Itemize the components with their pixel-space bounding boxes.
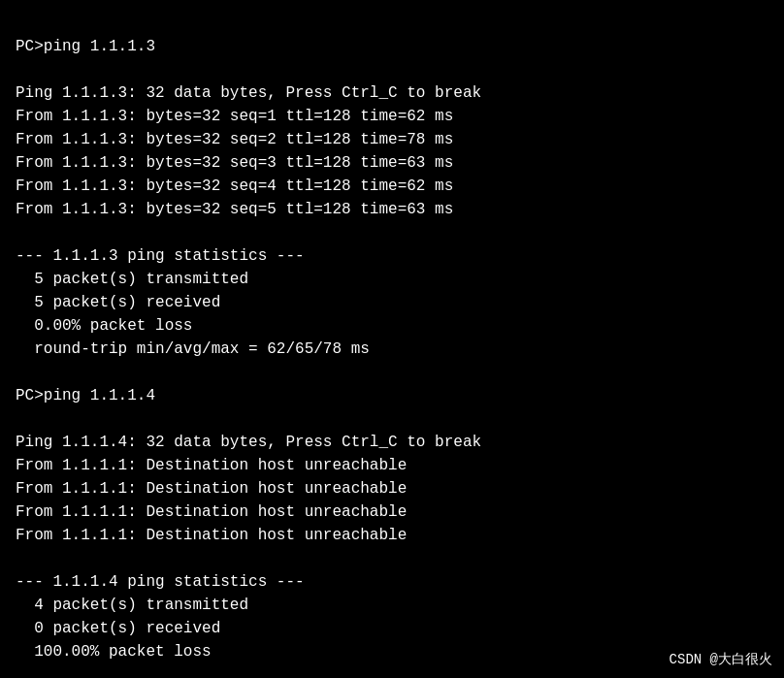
terminal-line: 0 packet(s) received bbox=[16, 617, 768, 640]
terminal-line: From 1.1.1.1: Destination host unreachab… bbox=[16, 477, 768, 500]
terminal-output: PC>ping 1.1.1.3 Ping 1.1.1.3: 32 data by… bbox=[0, 0, 784, 675]
terminal-line: From 1.1.1.3: bytes=32 seq=2 ttl=128 tim… bbox=[16, 128, 768, 151]
terminal-line bbox=[16, 361, 768, 384]
terminal-line bbox=[16, 547, 768, 570]
terminal-line: Ping 1.1.1.4: 32 data bytes, Press Ctrl_… bbox=[16, 431, 768, 454]
terminal-line bbox=[16, 407, 768, 431]
terminal-line: PC>ping 1.1.1.4 bbox=[16, 384, 768, 407]
terminal-line: From 1.1.1.1: Destination host unreachab… bbox=[16, 524, 768, 547]
terminal-line: From 1.1.1.3: bytes=32 seq=4 ttl=128 tim… bbox=[16, 175, 768, 198]
terminal-line: From 1.1.1.1: Destination host unreachab… bbox=[16, 500, 768, 524]
terminal-line: From 1.1.1.1: Destination host unreachab… bbox=[16, 454, 768, 477]
terminal-line bbox=[16, 58, 768, 81]
terminal-line: --- 1.1.1.3 ping statistics --- bbox=[16, 244, 768, 268]
terminal-line: From 1.1.1.3: bytes=32 seq=3 ttl=128 tim… bbox=[16, 151, 768, 175]
terminal-line: round-trip min/avg/max = 62/65/78 ms bbox=[16, 338, 768, 361]
terminal-line: Ping 1.1.1.3: 32 data bytes, Press Ctrl_… bbox=[16, 81, 768, 105]
terminal-line: 100.00% packet loss bbox=[16, 640, 768, 663]
terminal-line: PC>ping 1.1.1.3 bbox=[16, 35, 768, 58]
terminal-line: 0.00% packet loss bbox=[16, 314, 768, 338]
terminal-line: From 1.1.1.3: bytes=32 seq=5 ttl=128 tim… bbox=[16, 198, 768, 221]
terminal-line: From 1.1.1.3: bytes=32 seq=1 ttl=128 tim… bbox=[16, 105, 768, 128]
terminal-line bbox=[16, 221, 768, 244]
terminal-line: 5 packet(s) transmitted bbox=[16, 268, 768, 291]
terminal-line: 4 packet(s) transmitted bbox=[16, 594, 768, 617]
terminal-line: 5 packet(s) received bbox=[16, 291, 768, 314]
terminal-line: --- 1.1.1.4 ping statistics --- bbox=[16, 570, 768, 594]
watermark: CSDN @大白很火 bbox=[670, 651, 772, 668]
